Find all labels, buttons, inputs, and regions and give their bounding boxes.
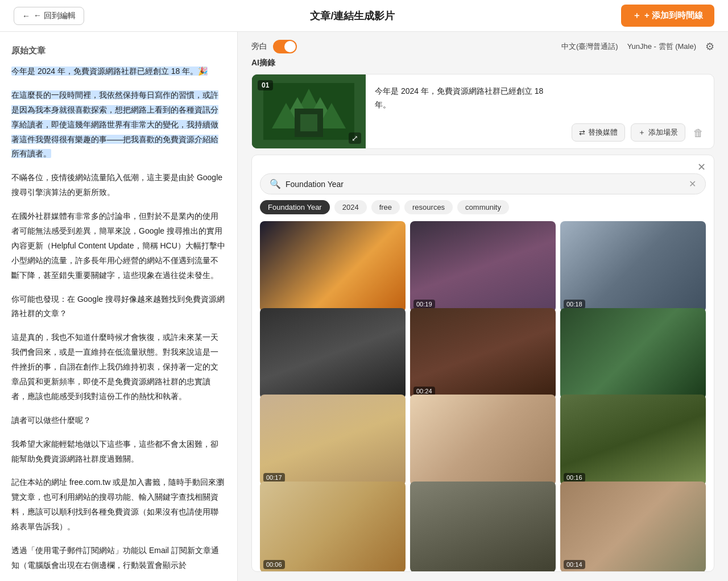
replace-media-button[interactable]: ⇄ 替換媒體 xyxy=(572,123,625,142)
page-title: 文章/連結生成影片 xyxy=(310,9,395,23)
toolbar: 旁白 中文(臺灣普通話) YunJhe - 雲哲 (Male) ⚙ xyxy=(238,32,728,58)
media-item-9[interactable]: 00:16 xyxy=(560,395,706,485)
search-bar: 🔍 ✕ xyxy=(260,173,706,194)
media-item-10[interactable]: 00:06 xyxy=(260,482,406,572)
media-search-panel: ✕ 🔍 ✕ Foundation Year2024freeresourcesco… xyxy=(251,155,714,572)
tag-2024[interactable]: 2024 xyxy=(334,200,367,214)
toggle-knob xyxy=(284,41,296,52)
media-panel-header: ✕ xyxy=(252,155,714,173)
tag-foundation-year[interactable]: Foundation Year xyxy=(260,200,330,214)
add-scene-button[interactable]: ＋ 添加場景 xyxy=(631,123,685,142)
back-arrow-icon: ← xyxy=(22,11,30,20)
article-para-2: 在這麼長的一段時間裡，我依然保持每日寫作的習慣，或許是因為我本身就很喜歡探索，想… xyxy=(11,88,226,161)
media-item-7[interactable]: 00:17 xyxy=(260,395,406,485)
plus-icon: ＋ xyxy=(632,10,641,21)
article-para-3: 不瞞各位，疫情後網站流量陷入低潮，這主要是由於 Google 搜尋引擎演算法的更… xyxy=(11,171,226,200)
forest-svg xyxy=(263,83,354,140)
media-item-4[interactable] xyxy=(260,308,406,399)
article-para-7: 讀者可以做些什麼呢？ xyxy=(11,413,226,428)
duration-badge: 00:14 xyxy=(564,560,585,569)
search-icon: 🔍 xyxy=(270,179,281,189)
search-input[interactable] xyxy=(286,180,684,189)
add-scene-label: 添加場景 xyxy=(648,127,678,138)
tag-community[interactable]: community xyxy=(457,200,509,214)
ai-section-label: AI摘錄 xyxy=(251,58,714,68)
voiceover-group: 旁白 xyxy=(251,40,297,53)
scene-actions: ⇄ 替換媒體 ＋ 添加場景 🗑 xyxy=(564,74,714,148)
highlighted-text-2: 在這麼長的一段時間裡，我依然保持每日寫作的習慣，或許是因為我本身就很喜歡探索，想… xyxy=(11,90,218,159)
article-para-10: 透過「使用電子郵件訂閱網站」功能以 Email 訂閱新文章通知（電腦版會出現在右… xyxy=(11,543,226,573)
delete-button[interactable]: 🗑 xyxy=(691,125,706,142)
language-label: 中文(臺灣普通話) xyxy=(561,42,618,52)
article-para-9: 記住本站的網址 free.com.tw 或是加入書籤，隨時手動回來瀏覽文章，也可… xyxy=(11,475,226,534)
media-item-6[interactable] xyxy=(560,308,706,399)
media-item-12[interactable]: 00:14 xyxy=(560,482,706,572)
original-article-title: 原始文章 xyxy=(11,45,226,56)
duration-badge: 00:16 xyxy=(564,473,585,482)
settings-icon[interactable]: ⚙ xyxy=(705,40,714,53)
article-para-1: 今年是 2024 年，免費資源網路社群已經創立 18 年。🎉 xyxy=(11,64,226,79)
replace-media-label: 替換媒體 xyxy=(588,127,618,138)
tag-resources[interactable]: resources xyxy=(404,200,453,214)
trash-icon: 🗑 xyxy=(693,127,704,139)
media-item-5[interactable]: 00:24 xyxy=(410,308,556,399)
right-panel: 旁白 中文(臺灣普通話) YunJhe - 雲哲 (Male) ⚙ AI摘錄 xyxy=(238,32,728,581)
back-button[interactable]: ← ← 回到編輯 xyxy=(14,7,84,25)
scene-thumbnail: 01 ⤢ xyxy=(252,74,366,148)
media-item-11[interactable] xyxy=(410,482,556,572)
media-item-8[interactable] xyxy=(410,395,556,485)
scene-card: 01 ⤢ 今年是 2024 年，免費資源網路社群已經創立 18 年。 ⇄ 替換媒… xyxy=(251,74,714,149)
ai-section: AI摘錄 0 xyxy=(238,58,728,155)
replace-icon: ⇄ xyxy=(579,128,585,137)
article-para-8: 我希望大家能輕鬆地做以下這些事，這些都不會太困難，卻能幫助免費資源網路社群度過難… xyxy=(11,437,226,467)
article-content: 今年是 2024 年，免費資源網路社群已經創立 18 年。🎉 在這麼長的一段時間… xyxy=(11,64,226,573)
add-icon: ＋ xyxy=(638,127,646,138)
main-layout: 原始文章 今年是 2024 年，免費資源網路社群已經創立 18 年。🎉 在這麼長… xyxy=(0,32,728,581)
highlighted-text-1: 今年是 2024 年，免費資源網路社群已經創立 18 年。🎉 xyxy=(11,67,208,76)
expand-icon[interactable]: ⤢ xyxy=(349,132,361,144)
media-item-2[interactable]: 00:19 xyxy=(410,221,556,312)
tag-free[interactable]: free xyxy=(371,200,400,214)
duration-badge: 00:18 xyxy=(564,300,585,309)
search-bar-row: 🔍 ✕ xyxy=(252,173,714,200)
tags-row: Foundation Year2024freeresourcescommunit… xyxy=(252,200,714,221)
back-label: ← 回到編輯 xyxy=(34,11,76,21)
scene-text: 今年是 2024 年，免費資源網路社群已經創立 18 年。 xyxy=(366,74,564,148)
close-panel-button[interactable]: ✕ xyxy=(697,161,706,173)
article-para-6: 這是真的，我也不知道什麼時候才會恢復，或許未來某一天我們會回來，或是一直維持在低… xyxy=(11,330,226,404)
media-grid: 00:1900:1800:2400:1700:1600:0600:14 xyxy=(252,221,714,571)
duration-badge: 00:19 xyxy=(413,300,435,309)
article-para-4: 在國外社群媒體有非常多的討論串，但對於不是業內的使用者可能無法感受到差異，簡單來… xyxy=(11,209,226,283)
scene-number: 01 xyxy=(258,80,273,90)
duration-badge: 00:06 xyxy=(263,560,285,569)
add-to-timeline-button[interactable]: ＋ + 添加到時間線 xyxy=(621,5,714,27)
svg-rect-7 xyxy=(300,114,317,131)
voice-label: YunJhe - 雲哲 (Male) xyxy=(627,42,696,52)
voiceover-label: 旁白 xyxy=(251,42,267,52)
media-item-3[interactable]: 00:18 xyxy=(560,221,706,312)
clear-search-button[interactable]: ✕ xyxy=(689,179,696,189)
article-para-5: 你可能也發現：在 Google 搜尋好像越來越難找到免費資源網路社群的文章？ xyxy=(11,292,226,322)
header: ← ← 回到編輯 文章/連結生成影片 ＋ + 添加到時間線 xyxy=(0,0,728,32)
left-panel: 原始文章 今年是 2024 年，免費資源網路社群已經創立 18 年。🎉 在這麼長… xyxy=(0,32,238,581)
media-item-1[interactable] xyxy=(260,221,406,312)
language-group: 中文(臺灣普通話) YunJhe - 雲哲 (Male) ⚙ xyxy=(561,40,714,53)
voiceover-toggle[interactable] xyxy=(273,40,297,53)
duration-badge: 00:17 xyxy=(263,473,285,482)
add-label: + 添加到時間線 xyxy=(644,10,703,21)
